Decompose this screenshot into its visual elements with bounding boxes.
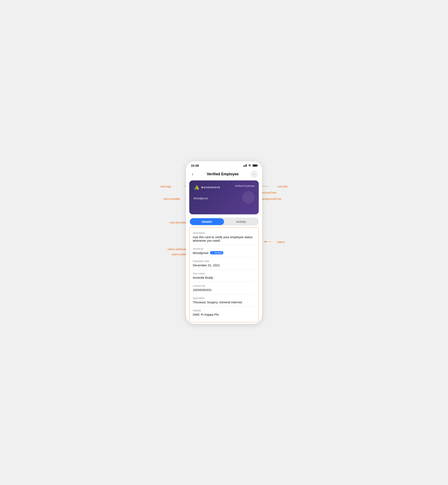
status-icons [243,164,257,167]
claim-section-1: License No.10039393331 [193,282,255,294]
check-icon: ✓ [212,252,213,254]
card-issued-by: Woodgrove [193,197,208,200]
claim-section-2: SpecialtiesThorassic Surgery, General In… [193,294,255,307]
status-bar: 10:28 [186,161,262,169]
annotation-card-logo: card.logo [160,185,171,188]
employee-card: WOODGROVE Verified Employee Woodgrove [189,180,259,214]
claim-label-1: License No. [193,284,255,287]
issued-by-row: Woodgrove ✓ Verified [193,251,255,255]
tab-details[interactable]: Details [190,218,224,225]
woodgrove-logo-svg [193,184,200,190]
svg-marker-0 [194,185,197,189]
claim-section-3: AwardsGMC Pi Kappa Phi [193,307,255,319]
annotation-claims: claims [277,240,285,244]
card-logo-text: WOODGROVE [201,186,220,189]
phone-frame: 10:28 [186,161,262,324]
expiration-value: December 31, 2021 [193,263,255,267]
verified-label: Verified [214,252,222,254]
card-area: WOODGROVE Verified Employee Woodgrove [186,180,262,218]
page-title: Verified Employee [207,172,239,176]
tabs: Details Activity [189,218,259,226]
nav-bar: ‹ Verified Employee ··· [186,169,262,180]
annotation-card-issued-by: card.issuedBy [163,197,180,200]
claim-value-2: Thorassic Surgery, General Internist [193,301,255,304]
tabs-container: Details Activity [186,218,262,226]
card-header: WOODGROVE Verified Employee [193,184,255,190]
issued-by-label: Issued by [193,247,255,250]
annotation-card-description: card.description [169,221,188,224]
expiration-section: Expiration date December 31, 2021 [193,257,255,270]
verified-badge: ✓ Verified [210,251,223,254]
claim-value-0: Amanda Brady [193,276,255,279]
claim-value-3: GMC Pi Kappa Phi [193,313,255,316]
annotation-card-title: card.title [278,185,288,188]
svg-marker-1 [197,185,199,189]
status-time: 10:28 [191,164,199,167]
signal-icon [243,164,247,167]
description-section: Description Use this card to verify your… [193,229,255,245]
battery-icon [253,164,257,167]
svg-marker-3 [197,189,199,190]
claim-label-2: Specialties [193,297,255,300]
issued-by-value: Woodgrove [193,251,208,255]
claim-label-0: Your name [193,272,255,275]
card-logo: WOODGROVE [193,184,220,190]
annotation-card-text-color-1: card.textColor [260,191,276,194]
description-label: Description [193,232,255,234]
wifi-icon [248,164,251,167]
issued-by-section: Issued by Woodgrove ✓ Verified [193,245,255,257]
details-content: Description Use this card to verify your… [189,227,259,322]
card-title: Verified Employee [235,184,255,187]
claim-label-3: Awards [193,309,255,312]
claim-section-0: Your nameAmanda Brady [193,270,255,282]
back-button[interactable]: ‹ [190,171,195,178]
expiration-label: Expiration date [193,260,255,263]
card-footer: Woodgrove [193,197,255,200]
claim-value-1: 10039393331 [193,288,255,292]
svg-marker-2 [194,189,197,190]
description-value: Use this card to verify your employee st… [193,235,255,242]
more-button[interactable]: ··· [250,171,258,178]
tab-activity[interactable]: Activity [224,218,258,225]
outer-wrapper: card.logo card.issuedBy card.description… [144,149,304,336]
claims-container: Your nameAmanda BradyLicense No.10039393… [193,270,255,319]
